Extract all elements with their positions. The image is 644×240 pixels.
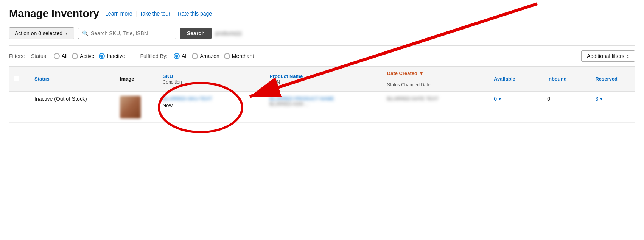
action-button-label: Action on 0 selected [15, 30, 62, 36]
search-box: 🔍 [78, 28, 176, 39]
page-title: Manage Inventory [9, 8, 99, 20]
row-sku-value[interactable]: BLURRED-SKU-TEXT [163, 96, 260, 101]
status-active-label: Active [80, 53, 94, 59]
fulfilled-radio-all[interactable]: All [174, 53, 188, 59]
search-button[interactable]: Search [180, 28, 212, 39]
table-header-row: Status Image SKU Condition Product Name … [9, 67, 635, 92]
status-filter-label: Status: [31, 53, 48, 59]
page-header: Manage Inventory Learn more | Take the t… [9, 8, 635, 20]
row-date-cell: BLURRED DATE TEXT [383, 92, 489, 123]
search-input[interactable] [91, 30, 159, 36]
row-checkbox[interactable] [14, 96, 19, 101]
product-col-label: Product Name [269, 73, 303, 79]
sku-col-label: SKU [163, 73, 173, 79]
row-condition-value: New [163, 103, 260, 108]
filters-label: Filters: [9, 53, 25, 59]
fulfilled-merchant-label: Merchant [232, 53, 254, 59]
divider-1: | [135, 11, 137, 17]
row-product-cell: BLURRED PRODUCT NAME BLURRED-ASIN ... [265, 92, 383, 123]
header-available[interactable]: Available [489, 67, 543, 92]
ellipsis-icon: ... [305, 101, 308, 107]
learn-more-link[interactable]: Learn more [105, 11, 132, 17]
row-reserved-cell: 3 ▼ [591, 92, 635, 123]
toolbar: Action on 0 selected ▼ 🔍 Search products… [9, 27, 635, 39]
page-container: Manage Inventory Learn more | Take the t… [0, 0, 644, 130]
divider-2: | [173, 11, 175, 17]
table-body: Inactive (Out of Stock) BLURRED-SKU-TEXT… [9, 92, 635, 123]
rate-page-link[interactable]: Rate this page [178, 11, 212, 17]
table-row: Inactive (Out of Stock) BLURRED-SKU-TEXT… [9, 92, 635, 123]
row-status-value: Inactive (Out of Stock) [34, 96, 87, 102]
row-image-cell [115, 92, 158, 123]
reserved-dropdown-icon: ▼ [599, 97, 603, 101]
available-col-label: Available [494, 76, 515, 82]
search-icon: 🔍 [82, 30, 89, 36]
row-reserved-value[interactable]: 3 ▼ [595, 96, 630, 102]
row-status-cell: Inactive (Out of Stock) [30, 92, 115, 123]
inventory-table: Status Image SKU Condition Product Name … [9, 67, 635, 123]
filters-bar: Filters: Status: All Active Inactive Ful… [9, 45, 635, 67]
row-inbound-cell: 0 [543, 92, 591, 123]
row-checkbox-cell [9, 92, 30, 123]
take-tour-link[interactable]: Take the tour [140, 11, 170, 17]
header-links: Learn more | Take the tour | Rate this p… [105, 11, 212, 17]
fulfilled-all-label: All [182, 53, 188, 59]
chevron-down-icon: ▼ [65, 31, 68, 36]
additional-filters-icon: ↕ [627, 53, 629, 59]
available-dropdown-icon: ▼ [498, 97, 502, 101]
product-image [120, 96, 141, 118]
fulfilled-amazon-radio-icon [192, 53, 198, 59]
fulfilled-amazon-label: Amazon [200, 53, 219, 59]
date-col-sub: Status Changed Date [387, 82, 431, 87]
sku-col-sub: Condition [163, 79, 182, 85]
status-inactive-radio-icon [99, 53, 105, 59]
header-sku[interactable]: SKU Condition [158, 67, 265, 92]
product-col-sub: ASIN [269, 79, 280, 85]
fulfilled-radio-merchant[interactable]: Merchant [224, 53, 254, 59]
row-product-name[interactable]: BLURRED PRODUCT NAME [269, 96, 378, 101]
header-checkbox-col [9, 67, 30, 92]
row-date-value: BLURRED DATE TEXT [387, 96, 485, 101]
status-radio-active[interactable]: Active [72, 53, 94, 59]
status-inactive-label: Inactive [107, 53, 125, 59]
date-col-label: Date Created ▼ [387, 70, 485, 76]
status-all-radio-icon [54, 53, 60, 59]
header-product-name[interactable]: Product Name ASIN [265, 67, 383, 92]
status-all-label: All [62, 53, 68, 59]
header-image: Image [115, 67, 158, 92]
row-available-value[interactable]: 0 ▼ [494, 96, 538, 102]
fulfilled-filter-label: Fulfilled By: [140, 53, 168, 59]
fulfilled-radio-amazon[interactable]: Amazon [192, 53, 219, 59]
select-all-checkbox[interactable] [14, 76, 19, 81]
header-status[interactable]: Status [30, 67, 115, 92]
row-available-cell: 0 ▼ [489, 92, 543, 123]
header-date-created[interactable]: Date Created ▼ Status Changed Date [383, 67, 489, 92]
products-count: products(s) [215, 30, 242, 36]
status-radio-all[interactable]: All [54, 53, 68, 59]
fulfilled-all-radio-icon [174, 53, 180, 59]
header-reserved[interactable]: Reserved [591, 67, 635, 92]
image-col-label: Image [120, 76, 134, 82]
status-col-label: Status [34, 76, 50, 82]
status-radio-inactive[interactable]: Inactive [99, 53, 125, 59]
header-inbound[interactable]: Inbound [543, 67, 591, 92]
additional-filters-button[interactable]: Additional filters ↕ [581, 50, 635, 62]
row-inbound-value: 0 [547, 96, 586, 102]
reserved-col-label: Reserved [595, 76, 618, 82]
action-button[interactable]: Action on 0 selected ▼ [9, 27, 74, 39]
sort-down-icon: ▼ [419, 70, 424, 76]
inbound-col-label: Inbound [547, 76, 566, 82]
row-asin-value: BLURRED-ASIN ... [269, 101, 378, 107]
row-sku-cell: BLURRED-SKU-TEXT New [158, 92, 265, 123]
additional-filters-label: Additional filters [587, 53, 624, 59]
fulfilled-merchant-radio-icon [224, 53, 230, 59]
table-container: Status Image SKU Condition Product Name … [9, 67, 635, 123]
status-active-radio-icon [72, 53, 78, 59]
